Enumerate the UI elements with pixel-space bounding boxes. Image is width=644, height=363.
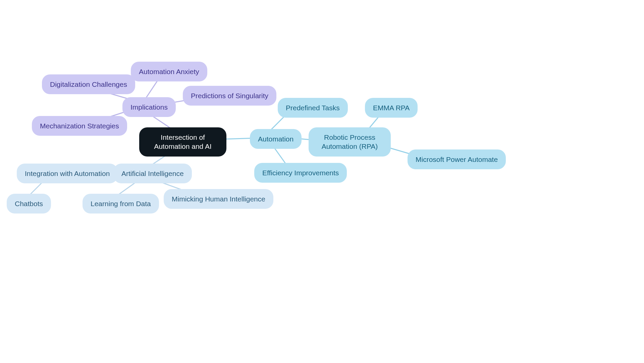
- digitalization-challenges-label: Digitalization Challenges: [50, 80, 127, 89]
- node-mechanization-strategies[interactable]: Mechanization Strategies: [32, 116, 127, 136]
- ms-power-automate-label: Microsoft Power Automate: [416, 155, 498, 164]
- integration-automation-label: Integration with Automation: [25, 169, 110, 178]
- node-learning-from-data[interactable]: Learning from Data: [83, 194, 159, 214]
- node-chatbots[interactable]: Chatbots: [7, 194, 51, 214]
- node-automation-anxiety[interactable]: Automation Anxiety: [131, 62, 207, 81]
- efficiency-improvements-label: Efficiency Improvements: [262, 168, 339, 177]
- automation-label: Automation: [258, 134, 293, 143]
- node-ai[interactable]: Artificial Intelligence: [113, 164, 192, 183]
- automation-anxiety-label: Automation Anxiety: [139, 67, 199, 76]
- node-emma-rpa[interactable]: EMMA RPA: [365, 98, 418, 118]
- learning-from-data-label: Learning from Data: [91, 199, 151, 208]
- mindmap-canvas: Intersection of Automation and AI Implic…: [0, 0, 644, 363]
- node-efficiency-improvements[interactable]: Efficiency Improvements: [254, 163, 347, 183]
- root-label: Intersection of Automation and AI: [147, 133, 218, 151]
- mimicking-human-label: Mimicking Human Intelligence: [172, 194, 265, 203]
- predictions-singularity-label: Predictions of Singularity: [191, 91, 268, 100]
- node-predefined-tasks[interactable]: Predefined Tasks: [278, 98, 348, 118]
- ai-label: Artificial Intelligence: [121, 169, 184, 178]
- node-ms-power-automate[interactable]: Microsoft Power Automate: [408, 149, 506, 169]
- node-rpa[interactable]: Robotic Process Automation (RPA): [309, 127, 391, 157]
- node-integration-automation[interactable]: Integration with Automation: [17, 164, 118, 183]
- emma-rpa-label: EMMA RPA: [373, 103, 410, 112]
- node-root[interactable]: Intersection of Automation and AI: [139, 127, 226, 157]
- predefined-tasks-label: Predefined Tasks: [286, 103, 340, 112]
- node-automation[interactable]: Automation: [250, 129, 302, 149]
- node-predictions-singularity[interactable]: Predictions of Singularity: [183, 86, 276, 106]
- mechanization-strategies-label: Mechanization Strategies: [40, 121, 119, 130]
- node-mimicking-human[interactable]: Mimicking Human Intelligence: [164, 189, 273, 209]
- rpa-label: Robotic Process Automation (RPA): [317, 133, 383, 151]
- implications-label: Implications: [130, 103, 168, 112]
- chatbots-label: Chatbots: [15, 199, 43, 208]
- node-implications[interactable]: Implications: [122, 97, 176, 117]
- node-digitalization-challenges[interactable]: Digitalization Challenges: [42, 74, 135, 94]
